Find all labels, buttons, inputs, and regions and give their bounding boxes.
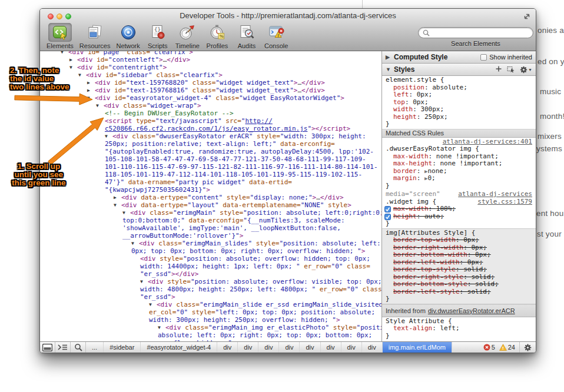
dom-tree-row[interactable]: <!-- Begin DWUser_EasyRotator --> xyxy=(40,109,381,117)
dom-tree-row[interactable]: ▼<div id="sidebar" class="clearfix"> xyxy=(40,71,381,79)
toolbar-item-profiles[interactable]: %Profiles xyxy=(205,23,229,49)
css-property[interactable]: border-left-style: solid; xyxy=(386,288,532,296)
toolbar-item-scripts[interactable]: {}Scripts xyxy=(146,23,170,49)
dom-tree-row[interactable]: <script type="text/javascript" src="http… xyxy=(40,117,381,132)
warning-icon[interactable]: ! xyxy=(499,344,507,351)
styles-section-bar: Inherited from div.dwuserEasyRotator.erA… xyxy=(382,304,536,317)
toolbar-item-network[interactable]: Network xyxy=(116,23,140,49)
error-count[interactable]: 5 xyxy=(492,344,495,351)
expanded-arrow-icon: ▼ xyxy=(386,67,392,72)
dom-tree-row[interactable]: ▼<div class="erimgMain_slide er_ssd erim… xyxy=(40,301,381,324)
breadcrumb-#sidebar[interactable]: #sidebar xyxy=(104,342,141,353)
search-input[interactable] xyxy=(432,29,529,36)
search-status-button[interactable] xyxy=(71,342,86,353)
stylesheet-link[interactable]: atlanta-dj-services xyxy=(458,191,532,198)
show-inherited-checkbox[interactable] xyxy=(480,54,487,61)
css-property[interactable]: text-align: left; xyxy=(386,325,532,333)
dom-tree-row[interactable]: ▶<div id="contentleft">…</div> xyxy=(40,56,381,64)
expanded-arrow-icon[interactable]: ▼ xyxy=(149,301,152,308)
toolbar-item-timeline[interactable]: Timeline xyxy=(175,23,200,49)
toolbar-item-audits[interactable]: Audits xyxy=(235,23,258,49)
status-bar: ...#sidebar#easyrotator_widget-4divdivdi… xyxy=(40,341,536,353)
element-picker-icon[interactable] xyxy=(507,65,515,74)
expanded-arrow-icon[interactable]: ▼ xyxy=(69,64,72,71)
breadcrumb-div[interactable]: div xyxy=(258,342,279,353)
toolbar-item-elements[interactable]: Elements xyxy=(47,23,74,49)
styles-section-bar: Matched CSS Rules xyxy=(382,129,536,138)
fullscreen-icon[interactable] xyxy=(523,12,531,23)
dom-tree-row[interactable]: ▶<div id="text-159768816" class="widget … xyxy=(40,87,381,94)
warning-count[interactable]: 24 xyxy=(508,344,515,351)
console-drawer-button[interactable] xyxy=(55,342,71,353)
breadcrumb-div[interactable]: div xyxy=(362,342,383,353)
expanded-arrow-icon[interactable]: ▼ xyxy=(78,71,81,79)
profiles-icon: % xyxy=(208,24,226,41)
breadcrumb-div[interactable]: div xyxy=(341,342,362,353)
dom-tree-row[interactable]: ▼<div id="page" class="clearfix"> xyxy=(40,51,381,56)
dom-tree-row[interactable]: ▼<div class="widget-wrap"> xyxy=(40,102,381,109)
expanded-arrow-icon[interactable]: ▼ xyxy=(61,51,64,56)
error-icon[interactable] xyxy=(483,344,490,351)
dom-tree-row[interactable]: <div style="position: absolute; overflow… xyxy=(40,255,381,278)
settings-gear-icon[interactable] xyxy=(519,342,536,353)
property-checkbox[interactable] xyxy=(384,214,391,222)
breadcrumb-#easyrotator_widget-4[interactable]: #easyrotator_widget-4 xyxy=(141,342,217,353)
dom-tree-row[interactable]: ▼<div style="position: absolute; overflo… xyxy=(40,278,381,301)
dom-tree-row[interactable]: ▼<div class="erimgMain" style="position:… xyxy=(40,209,381,240)
collapsed-arrow-icon[interactable]: ▶ xyxy=(114,194,117,201)
expanded-arrow-icon[interactable]: ▼ xyxy=(131,240,134,247)
expanded-arrow-icon[interactable]: ▼ xyxy=(87,94,90,102)
search-field[interactable] xyxy=(418,27,533,38)
collapsed-arrow-icon[interactable]: ▶ xyxy=(87,79,90,87)
css-property[interactable]: margin: ▶0; xyxy=(386,175,532,182)
breadcrumb-div[interactable]: div xyxy=(279,342,300,353)
gear-icon[interactable]: ▼ xyxy=(520,66,532,74)
background-page-text: ed on yo xyxy=(538,57,564,66)
dock-side-button[interactable] xyxy=(40,342,55,353)
background-page-text: music xyxy=(540,87,561,96)
dom-tree-row[interactable]: ▼<div class="erimgMain_slides" style="po… xyxy=(40,240,381,255)
expanded-arrow-icon[interactable]: ▼ xyxy=(114,201,117,209)
breadcrumb-div[interactable]: div xyxy=(300,342,320,353)
css-property[interactable]: height: 250px; xyxy=(386,114,532,121)
background-divider-line xyxy=(362,0,363,9)
expanded-arrow-icon[interactable]: ▼ xyxy=(96,102,99,109)
expanded-arrow-icon[interactable]: ▼ xyxy=(140,278,143,285)
devtools-window: Developer Tools - http://premieratlantad… xyxy=(39,8,536,353)
dom-tree-row[interactable]: ▼<div data-ertype="layout" data-ertempla… xyxy=(40,201,381,209)
computed-style-label: Computed Style xyxy=(394,53,447,61)
computed-style-header[interactable]: ▶ Computed Style Show inherited xyxy=(382,51,536,64)
stylesheet-link[interactable]: style.css:1579 xyxy=(477,198,532,206)
zoom-button[interactable] xyxy=(65,14,71,19)
breadcrumb-div[interactable]: div xyxy=(238,342,258,353)
dom-tree-row[interactable]: ▼<div id="easyrotator_widget-4" class="w… xyxy=(40,94,381,102)
expanded-arrow-icon[interactable]: ▼ xyxy=(105,132,108,140)
close-button[interactable] xyxy=(48,14,54,19)
minimize-button[interactable] xyxy=(57,14,62,19)
dom-tree-row[interactable]: ▼<div class="erimgMain_img er_elasticPho… xyxy=(40,324,381,341)
resources-icon xyxy=(86,24,104,41)
expanded-arrow-icon[interactable]: ▼ xyxy=(158,324,161,331)
breadcrumb-div[interactable]: div xyxy=(217,342,238,353)
annotation-note-1: 2. Then, note the id value two lines abo… xyxy=(10,67,69,91)
new-style-rule-icon[interactable] xyxy=(495,65,502,74)
svg-text:!: ! xyxy=(502,346,504,351)
toolbar-item-console[interactable]: !Console xyxy=(264,23,288,49)
dom-tree-row[interactable]: ▶<div data-ertype="content" style="displ… xyxy=(40,194,381,201)
collapsed-arrow-icon[interactable]: ▶ xyxy=(69,56,72,64)
search-area: Search Elements xyxy=(418,27,533,47)
svg-text:{}: {} xyxy=(154,26,161,32)
breadcrumb-div[interactable]: div xyxy=(321,342,341,353)
dom-tree-row[interactable]: ▼<div id="contentright"> xyxy=(40,64,381,71)
breadcrumb-...[interactable]: ... xyxy=(86,342,104,353)
css-property[interactable]: height: auto; xyxy=(386,213,532,221)
elements-icon xyxy=(51,24,69,41)
inherited-from-link[interactable]: div.dwuserEasyRotator.erACR xyxy=(428,307,515,314)
expanded-arrow-icon[interactable]: ▼ xyxy=(122,209,125,217)
dom-tree-row[interactable]: ▼<div class="dwuserEasyRotator erACR" st… xyxy=(40,132,381,194)
dom-tree-row[interactable]: ▶<div id="text-159768820" class="widget … xyxy=(40,79,381,87)
breadcrumb-img.main.erILdMom[interactable]: img.main.erILdMom xyxy=(383,342,452,353)
styles-header[interactable]: ▼ Styles ▼ xyxy=(382,64,536,76)
toolbar-item-resources[interactable]: Resources xyxy=(79,23,111,49)
collapsed-arrow-icon[interactable]: ▶ xyxy=(87,87,90,94)
